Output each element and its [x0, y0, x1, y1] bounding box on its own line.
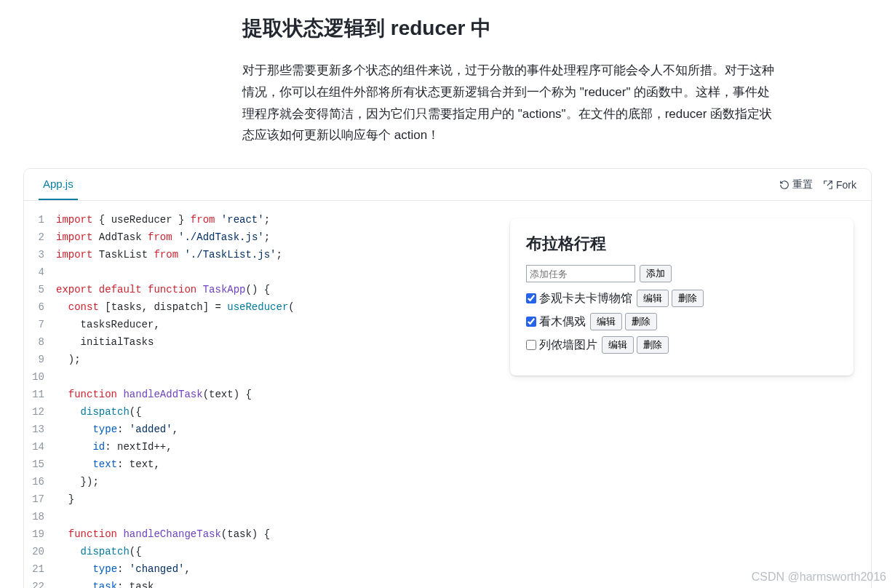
code-line: 22 task: task — [24, 578, 493, 588]
add-task-input[interactable] — [526, 265, 635, 282]
code-content: import { useReducer } from 'react'; — [56, 211, 270, 229]
code-line: 21 type: 'changed', — [24, 560, 493, 578]
code-content: import TaskList from './TaskList.js'; — [56, 246, 282, 263]
task-label: 参观卡夫卡博物馆 — [539, 291, 632, 306]
code-line: 18 — [24, 508, 493, 525]
code-line: 8 initialTasks — [24, 333, 493, 351]
code-line: 12 dispatch({ — [24, 403, 493, 421]
task-checkbox[interactable] — [526, 293, 536, 303]
edit-button[interactable]: 编辑 — [602, 336, 634, 354]
task-label: 列侬墙图片 — [539, 338, 597, 353]
line-number: 22 — [24, 578, 56, 588]
code-sandbox: App.js 重置 Fork 1import { useReducer } fr… — [23, 168, 872, 588]
edit-button[interactable]: 编辑 — [590, 313, 622, 330]
code-content: dispatch({ — [56, 403, 142, 421]
line-number: 14 — [24, 438, 56, 456]
reset-icon — [779, 180, 789, 190]
line-number: 15 — [24, 456, 56, 473]
line-number: 3 — [24, 246, 56, 263]
code-line: 16 }); — [24, 473, 493, 490]
code-content: function handleAddTask(text) { — [56, 386, 252, 403]
line-number: 2 — [24, 229, 56, 246]
tab-label: App.js — [43, 178, 73, 190]
preview-card: 布拉格行程 添加 参观卡夫卡博物馆编辑删除看木偶戏编辑删除列侬墙图片编辑删除 — [510, 218, 854, 376]
code-line: 15 text: text, — [24, 456, 493, 473]
line-number: 8 — [24, 333, 56, 351]
tab-bar: App.js 重置 Fork — [24, 169, 871, 201]
code-content: text: text, — [56, 456, 160, 473]
code-line: 20 dispatch({ — [24, 543, 493, 560]
edit-button[interactable]: 编辑 — [637, 290, 669, 307]
task-row: 列侬墙图片编辑删除 — [526, 336, 838, 354]
code-line: 11 function handleAddTask(text) { — [24, 386, 493, 403]
code-content: }); — [56, 473, 99, 490]
line-number: 17 — [24, 490, 56, 508]
code-line: 4 — [24, 263, 493, 281]
fork-icon — [823, 180, 833, 190]
task-label: 看木偶戏 — [539, 314, 586, 330]
code-content: import AddTask from './AddTask.js'; — [56, 229, 270, 246]
add-task-button[interactable]: 添加 — [640, 265, 672, 282]
code-line: 7 tasksReducer, — [24, 316, 493, 333]
task-checkbox[interactable] — [526, 340, 536, 350]
code-line: 10 — [24, 368, 493, 386]
code-content: ); — [56, 351, 81, 368]
task-list: 参观卡夫卡博物馆编辑删除看木偶戏编辑删除列侬墙图片编辑删除 — [526, 290, 838, 354]
code-editor[interactable]: 1import { useReducer } from 'react';2imp… — [24, 201, 493, 588]
reset-button[interactable]: 重置 — [779, 178, 813, 191]
code-line: 19 function handleChangeTask(task) { — [24, 525, 493, 543]
code-content: initialTasks — [56, 333, 154, 351]
delete-button[interactable]: 删除 — [637, 336, 669, 354]
reset-label: 重置 — [792, 178, 813, 191]
code-content: task: task — [56, 578, 154, 588]
line-number: 13 — [24, 421, 56, 438]
line-number: 7 — [24, 316, 56, 333]
code-line: 13 type: 'added', — [24, 421, 493, 438]
preview-title: 布拉格行程 — [526, 233, 838, 255]
line-number: 19 — [24, 525, 56, 543]
code-content: const [tasks, dispatch] = useReducer( — [56, 298, 295, 316]
line-number: 6 — [24, 298, 56, 316]
task-checkbox[interactable] — [526, 317, 536, 327]
line-number: 16 — [24, 473, 56, 490]
code-content: type: 'changed', — [56, 560, 191, 578]
preview-pane: 布拉格行程 添加 参观卡夫卡博物馆编辑删除看木偶戏编辑删除列侬墙图片编辑删除 — [493, 201, 871, 588]
line-number: 18 — [24, 508, 56, 525]
line-number: 12 — [24, 403, 56, 421]
code-line: 3import TaskList from './TaskList.js'; — [24, 246, 493, 263]
tab-app-js[interactable]: App.js — [39, 170, 78, 200]
code-line: 9 ); — [24, 351, 493, 368]
line-number: 11 — [24, 386, 56, 403]
code-line: 1import { useReducer } from 'react'; — [24, 211, 493, 229]
code-line: 6 const [tasks, dispatch] = useReducer( — [24, 298, 493, 316]
code-content: tasksReducer, — [56, 316, 160, 333]
line-number: 9 — [24, 351, 56, 368]
code-line: 14 id: nextId++, — [24, 438, 493, 456]
fork-button[interactable]: Fork — [823, 179, 856, 191]
delete-button[interactable]: 删除 — [625, 313, 657, 330]
line-number: 20 — [24, 543, 56, 560]
line-number: 1 — [24, 211, 56, 229]
code-content: id: nextId++, — [56, 438, 172, 456]
code-line: 5export default function TaskApp() { — [24, 281, 493, 298]
section-paragraph: 对于那些需要更新多个状态的组件来说，过于分散的事件处理程序可能会令人不知所措。对… — [242, 60, 775, 146]
line-number: 10 — [24, 368, 56, 386]
line-number: 5 — [24, 281, 56, 298]
code-content: dispatch({ — [56, 543, 142, 560]
task-row: 看木偶戏编辑删除 — [526, 313, 838, 330]
code-content: } — [56, 490, 74, 508]
code-line: 2import AddTask from './AddTask.js'; — [24, 229, 493, 246]
code-content: type: 'added', — [56, 421, 178, 438]
code-content: function handleChangeTask(task) { — [56, 525, 270, 543]
line-number: 21 — [24, 560, 56, 578]
code-line: 17 } — [24, 490, 493, 508]
section-heading: 提取状态逻辑到 reducer 中 — [242, 15, 775, 42]
code-content: export default function TaskApp() { — [56, 281, 270, 298]
delete-button[interactable]: 删除 — [672, 290, 704, 307]
line-number: 4 — [24, 263, 56, 281]
fork-label: Fork — [836, 179, 856, 191]
task-row: 参观卡夫卡博物馆编辑删除 — [526, 290, 838, 307]
